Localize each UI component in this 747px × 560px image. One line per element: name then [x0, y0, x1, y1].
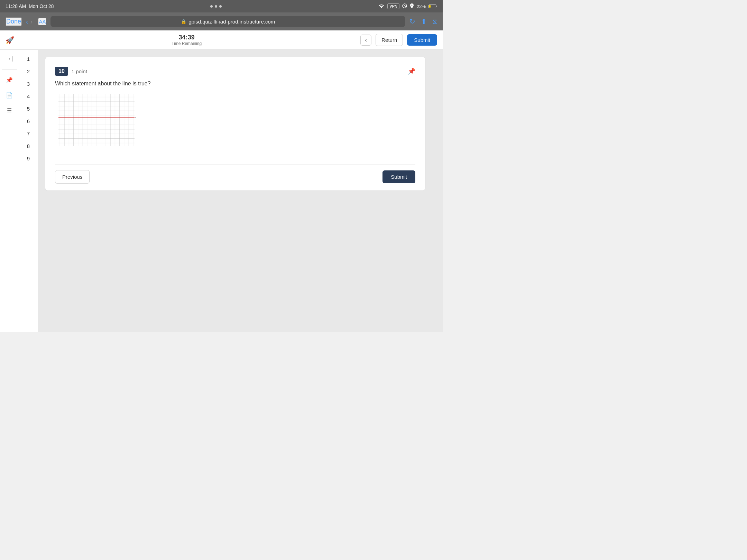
- location-icon: [410, 3, 414, 9]
- pin-question-icon[interactable]: 📌: [408, 67, 415, 75]
- wifi-icon: [378, 3, 385, 9]
- sidebar-pin-button[interactable]: 📌: [3, 74, 16, 86]
- timer-section: 34:39 Time Remaining: [18, 34, 355, 46]
- left-sidebar: →| 📌 📄 ☰: [0, 50, 19, 332]
- question-nav-item-3[interactable]: 3: [22, 77, 35, 90]
- vpn-badge: VPN: [387, 3, 399, 9]
- dot3: [219, 5, 222, 8]
- previous-button[interactable]: Previous: [55, 170, 90, 184]
- status-right: VPN 22%: [378, 3, 437, 9]
- status-center: [210, 5, 222, 8]
- browser-bar: Done ‹ › AA 🔒 gpisd.quiz-lti-iad-prod.in…: [0, 12, 443, 30]
- battery-percent: 22%: [417, 4, 426, 9]
- submit-top-button[interactable]: Submit: [407, 34, 437, 46]
- status-left: 11:28 AM Mon Oct 28: [6, 3, 54, 9]
- question-nav-item-5[interactable]: 5: [22, 102, 35, 115]
- time-display: 11:28 AM: [6, 3, 26, 9]
- submit-card-button[interactable]: Submit: [382, 170, 415, 183]
- sidebar-divider: [2, 69, 17, 69]
- question-nav-item-2[interactable]: 2: [22, 65, 35, 77]
- bookmark-button[interactable]: ⧖: [432, 18, 437, 26]
- question-nav-item-9[interactable]: 9: [22, 152, 35, 165]
- question-nav-item-7[interactable]: 7: [22, 127, 35, 140]
- content-area: 10 1 point 📌 Which statement about the l…: [38, 50, 443, 332]
- svg-text:-: -: [135, 143, 136, 147]
- svg-rect-4: [58, 94, 135, 146]
- aa-button[interactable]: AA: [38, 18, 46, 25]
- graph-container: - -: [55, 92, 138, 148]
- graph-svg: - -: [55, 92, 138, 148]
- nav-arrows: ‹ ›: [26, 18, 33, 26]
- question-nav-item-8[interactable]: 8: [22, 140, 35, 152]
- main-layout: →| 📌 📄 ☰ 123456789 10 1 point 📌 Which st…: [0, 50, 443, 332]
- status-bar: 11:28 AM Mon Oct 28 VPN 22%: [0, 0, 443, 12]
- svg-text:-: -: [135, 115, 136, 119]
- back-button[interactable]: ‹: [26, 18, 28, 26]
- forward-button[interactable]: ›: [30, 18, 33, 26]
- card-footer: Previous Submit: [55, 164, 415, 184]
- share-button[interactable]: ⬆: [421, 17, 427, 26]
- question-card: 10 1 point 📌 Which statement about the l…: [45, 57, 425, 191]
- clock-icon: [402, 3, 407, 9]
- return-button[interactable]: Return: [376, 34, 403, 46]
- question-nav-item-6[interactable]: 6: [22, 115, 35, 127]
- svg-line-2: [405, 6, 406, 7]
- app-toolbar: 🚀 34:39 Time Remaining ‹ Return Submit: [0, 30, 443, 50]
- dot2: [215, 5, 217, 8]
- question-nav-item-1[interactable]: 1: [22, 53, 35, 65]
- question-text: Which statement about the line is true?: [55, 81, 415, 87]
- lock-icon: 🔒: [181, 19, 186, 24]
- question-nav: 123456789: [19, 50, 38, 332]
- rocket-icon: 🚀: [6, 36, 14, 44]
- dot1: [210, 5, 213, 8]
- timer-value: 34:39: [179, 34, 195, 41]
- question-meta: 10 1 point: [55, 67, 87, 76]
- browser-actions: ↻ ⬆ ⧖: [409, 17, 437, 26]
- question-nav-item-4[interactable]: 4: [22, 90, 35, 102]
- url-bar: 🔒 gpisd.quiz-lti-iad-prod.instructure.co…: [50, 16, 405, 27]
- sidebar-expand-button[interactable]: →|: [3, 53, 16, 65]
- timer-label: Time Remaining: [172, 41, 202, 46]
- sidebar-doc-button[interactable]: 📄: [3, 89, 16, 101]
- timer-toggle-button[interactable]: ‹: [360, 35, 371, 46]
- url-text: gpisd.quiz-lti-iad-prod.instructure.com: [188, 19, 275, 25]
- reload-button[interactable]: ↻: [409, 17, 415, 26]
- sidebar-list-button[interactable]: ☰: [3, 104, 16, 116]
- question-points: 1 point: [72, 68, 87, 74]
- done-button[interactable]: Done: [6, 17, 22, 26]
- date-display: Mon Oct 28: [29, 3, 54, 9]
- battery-icon: [428, 4, 437, 8]
- question-header: 10 1 point 📌: [55, 67, 415, 76]
- question-number-badge: 10: [55, 67, 68, 76]
